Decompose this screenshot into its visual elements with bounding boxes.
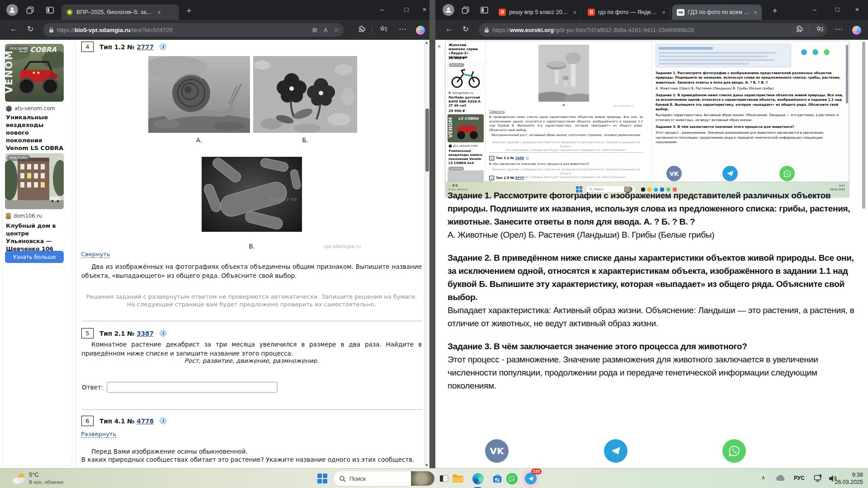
nav-bar: ← ↻ https://bio5-vpr.sdamgia.ru/test?id=…: [0, 20, 429, 40]
back-button[interactable]: ←: [10, 24, 18, 33]
mini-watermark: vpr.sdamgia.ru: [613, 104, 633, 107]
svg-text:VENOM: VENOM: [448, 117, 453, 138]
weather-widget[interactable]: 5°CВ осн. облачно: [12, 471, 63, 486]
telegram-share-button[interactable]: [604, 439, 627, 463]
euroki-favicon: ок: [677, 9, 684, 16]
ad-atv-title[interactable]: Уникальные вездеходы нового поколения Ve…: [6, 113, 66, 160]
profile-avatar[interactable]: [6, 4, 18, 16]
reload-button[interactable]: ↻: [462, 24, 469, 34]
question-number: 4: [81, 42, 94, 52]
scrollbar-thumb[interactable]: [425, 108, 429, 172]
euroki-page: ▲ Женский манекен серии «Лаура-2» телесн…: [435, 40, 868, 468]
tray-chevron-icon[interactable]: ∧: [761, 474, 765, 481]
scrollbar-thumb[interactable]: [862, 42, 865, 209]
scroll-top-arrow-icon[interactable]: ▲: [438, 43, 441, 48]
tab-close-icon[interactable]: ×: [662, 9, 665, 16]
start-button[interactable]: [316, 473, 328, 484]
uploaded-task-photo[interactable]: Женский манекен серии «Лаура-2» телесный…: [445, 41, 849, 197]
mini-ad-bike-title: Питбайк детский KAYO DBR SX50-A 2T 49 см…: [448, 96, 484, 108]
onedrive-cloud-icon[interactable]: [775, 474, 786, 483]
maximize-button[interactable]: □: [399, 5, 414, 13]
telegram-taskbar-icon[interactable]: 133: [523, 470, 539, 487]
menu-dots-icon[interactable]: ⋯: [835, 24, 843, 34]
tab-reshu-vpr[interactable]: Я решу впр 5 класс 2025 би ×: [494, 5, 581, 20]
tab-gdz-search[interactable]: Я гдз по фото — Яндекс: на ×: [583, 5, 670, 20]
collections-icon[interactable]: ⊞: [312, 27, 317, 33]
task-id-link[interactable]: 3387: [137, 330, 154, 337]
new-tab-button[interactable]: +: [183, 5, 195, 17]
info-icon[interactable]: i: [160, 418, 166, 424]
microsoft-store-icon[interactable]: [491, 473, 503, 484]
minimize-button[interactable]: –: [374, 5, 390, 13]
weather-condition: В осн. облачно: [29, 479, 63, 485]
tab-sdamgia[interactable]: ВПР–2025, биология–5: задания ×: [61, 5, 179, 20]
language-indicator[interactable]: РУС: [794, 475, 805, 481]
ad-badge: РЕКЛАМА: [449, 63, 464, 67]
tab-close-icon[interactable]: ×: [754, 9, 757, 16]
close-button[interactable]: ×: [849, 5, 865, 13]
vk-share-button[interactable]: VK: [485, 439, 509, 463]
extensions-icon[interactable]: [358, 25, 365, 35]
edge-browser-icon[interactable]: [472, 473, 484, 484]
scrollbar[interactable]: ▲ ▼: [424, 40, 429, 468]
scroll-down-icon[interactable]: ▼: [425, 464, 428, 467]
mini-ad-next-image: [448, 170, 484, 182]
whatsapp-share-button[interactable]: [722, 439, 746, 463]
manual-check-note: Решения заданий с развернутым ответом не…: [81, 293, 422, 308]
new-tab-button[interactable]: +: [769, 5, 781, 17]
tab-euroki-active[interactable]: ок ГДЗ по фото по всем пред ×: [672, 5, 762, 20]
back-button[interactable]: ←: [445, 24, 453, 33]
address-bar[interactable]: https://bio5-vpr.sdamgia.ru/test?id=5047…: [43, 23, 344, 37]
task-view-icon[interactable]: [438, 473, 450, 484]
tab-groups-icon[interactable]: [459, 4, 472, 16]
ad-dom106-image: [5, 153, 64, 209]
close-button[interactable]: ×: [417, 5, 429, 13]
mini-ad-bike-price: 29 990 ₽: [448, 109, 465, 113]
tab-groups-icon[interactable]: [24, 4, 36, 16]
ad-badge: РЕКЛАМА: [7, 155, 30, 161]
scroll-up-icon[interactable]: ▲: [425, 41, 428, 44]
menu-dots-icon[interactable]: ⋯: [399, 24, 406, 34]
ad-dom106-domain[interactable]: dom106.ru: [6, 213, 42, 219]
file-explorer-icon[interactable]: [452, 473, 464, 484]
clock-time: 9:38: [852, 472, 863, 478]
answer-input[interactable]: [107, 382, 278, 393]
ad-atv-domain[interactable]: atv-venom.com: [6, 105, 55, 112]
bookmark-star-icon[interactable]: ☆: [334, 27, 339, 33]
task-3-block: Задание 3. В чём заключается значение эт…: [448, 340, 854, 392]
copilot-icon[interactable]: [416, 26, 425, 35]
sidebar-icon[interactable]: [43, 4, 56, 16]
profile-avatar[interactable]: [443, 4, 454, 16]
answers-block: Задание 1. Рассмотрите фотографии с изоб…: [448, 189, 854, 392]
address-bar[interactable]: https://www.euroki.org/gdz-po-foto/7d7af…: [479, 23, 827, 37]
network-icon[interactable]: [814, 474, 823, 485]
tab-close-icon[interactable]: ×: [157, 9, 161, 16]
whatsapp-taskbar-icon[interactable]: [506, 473, 518, 484]
task-id-link[interactable]: 4778: [137, 418, 154, 425]
ad-cta-button[interactable]: Узнать больше: [5, 251, 64, 263]
mini-scrollbar: [846, 45, 848, 103]
favorites-list-icon[interactable]: [816, 25, 824, 35]
yandex-icon: Я: [499, 9, 506, 16]
ad-dom106-title[interactable]: Клубный дом в центре Ульяновска — Шевчен…: [6, 222, 66, 253]
mini-share-vk-icon: [801, 49, 807, 55]
task-id-link[interactable]: 2777: [137, 43, 154, 51]
copilot-icon[interactable]: [852, 26, 861, 35]
maximize-button[interactable]: □: [830, 5, 845, 13]
info-icon[interactable]: i: [160, 43, 166, 50]
minimize-button[interactable]: –: [807, 5, 822, 13]
reader-mode-icon[interactable]: A: [324, 27, 328, 33]
extensions-icon[interactable]: [796, 25, 803, 35]
favorites-list-icon[interactable]: [380, 25, 387, 35]
reload-button[interactable]: ↻: [27, 24, 33, 34]
ad-menu-kebab-icon[interactable]: ⋮: [58, 154, 64, 160]
info-icon[interactable]: i: [160, 330, 166, 337]
globe-icon: [6, 106, 12, 112]
mini-answer-panel: Задание 1. Рассмотрите фотографии с изоб…: [651, 41, 849, 182]
photo-label-b: Б.: [253, 136, 357, 144]
taskbar-search[interactable]: Поиск: [333, 471, 435, 486]
tab-title: гдз по фото — Яндекс: на: [598, 9, 658, 15]
sidebar-icon[interactable]: [478, 4, 491, 16]
tab-close-icon[interactable]: ×: [573, 9, 576, 16]
clock-widget[interactable]: 9:38 26.03.2025: [833, 471, 863, 486]
